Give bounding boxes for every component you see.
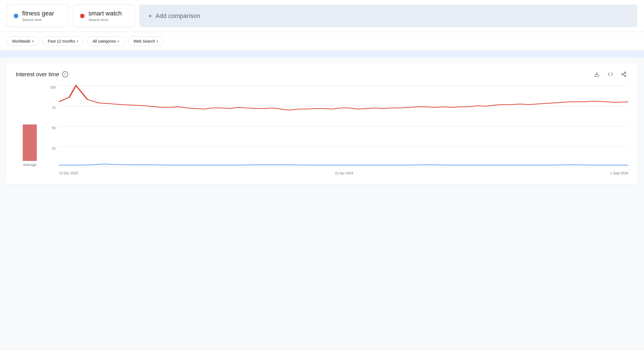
divider-section [0, 51, 644, 57]
search-cards: fitness gear Search term smart watch Sea… [7, 4, 637, 32]
x-label-sep: 1 Sept 2024 [610, 171, 628, 175]
help-icon[interactable]: ? [62, 71, 68, 77]
y-label-75: 75 [52, 106, 56, 110]
x-axis-labels: 10 Dec 2023 21 Apr 2024 1 Sept 2024 [59, 168, 628, 175]
filter-category[interactable]: All categories ▾ [87, 36, 125, 46]
filter-bar: Worldwide ▾ Past 12 months ▾ All categor… [0, 32, 644, 51]
term-type-2: Search term [88, 18, 122, 22]
chart-header: Interest over time ? [16, 70, 628, 79]
filter-time-label: Past 12 months [48, 39, 75, 43]
chart-actions [592, 70, 628, 79]
download-button[interactable] [592, 70, 601, 79]
y-label-25: 25 [52, 147, 56, 151]
plus-icon: + [148, 12, 152, 20]
x-label-dec: 10 Dec 2023 [59, 171, 78, 175]
grid-line-0 [59, 167, 628, 167]
dot-red-icon [80, 14, 85, 18]
chevron-down-icon-geo: ▾ [32, 40, 34, 43]
svg-line-5 [623, 73, 625, 74]
top-section: fitness gear Search term smart watch Sea… [0, 0, 644, 32]
chevron-down-icon-search-type: ▾ [157, 40, 158, 43]
chart-area: Average 100 75 50 25 [16, 86, 628, 175]
card-text-2: smart watch Search term [88, 10, 122, 22]
filter-time[interactable]: Past 12 months ▾ [42, 36, 84, 46]
main-content: Interest over time ? [7, 63, 637, 184]
chart-plot [59, 86, 628, 167]
dot-blue-icon [14, 14, 18, 18]
svg-line-4 [623, 75, 625, 76]
filter-search-type[interactable]: Web Search ▾ [128, 36, 164, 46]
card-text-1: fitness gear Search term [22, 10, 54, 22]
term-type-1: Search term [22, 18, 54, 22]
chevron-down-icon-time: ▾ [77, 40, 78, 43]
chart-title-group: Interest over time ? [16, 71, 68, 78]
smart-watch-line [59, 86, 628, 110]
search-card-2[interactable]: smart watch Search term [73, 4, 135, 27]
filter-geo[interactable]: Worldwide ▾ [7, 36, 39, 46]
filter-geo-label: Worldwide [12, 39, 30, 43]
avg-bar-container: Average [23, 124, 37, 167]
search-card-1[interactable]: fitness gear Search term [7, 4, 68, 27]
add-comparison-label: Add comparison [156, 12, 200, 20]
average-bar-section: Average [16, 86, 44, 175]
filter-search-type-label: Web Search [133, 39, 155, 43]
term-label-1: fitness gear [22, 10, 54, 17]
y-label-50: 50 [52, 126, 56, 130]
term-label-2: smart watch [88, 10, 122, 17]
add-comparison-button[interactable]: + Add comparison [139, 4, 637, 27]
avg-label: Average [23, 163, 36, 167]
y-label-100: 100 [50, 86, 56, 89]
share-button[interactable] [619, 70, 628, 79]
chart-graph: 100 75 50 25 [46, 86, 628, 175]
chevron-down-icon-category: ▾ [118, 40, 119, 43]
chart-title: Interest over time [16, 71, 59, 78]
x-label-apr: 21 Apr 2024 [335, 171, 353, 175]
chart-svg [59, 86, 628, 167]
fitness-gear-line [59, 164, 628, 165]
embed-button[interactable] [606, 70, 615, 79]
y-axis-labels: 100 75 50 25 [46, 86, 57, 167]
filter-category-label: All categories [92, 39, 116, 43]
avg-bar [23, 124, 37, 161]
